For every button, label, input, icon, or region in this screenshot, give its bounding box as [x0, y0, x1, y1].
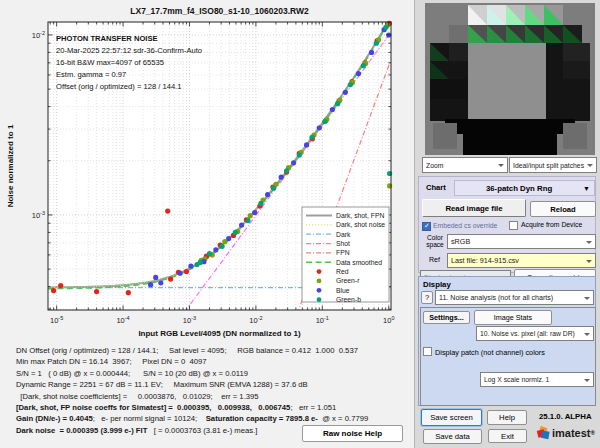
color-space-value: sRGB [451, 237, 470, 246]
embedded-cs-checkbox[interactable] [422, 222, 431, 231]
svg-text:100: 100 [383, 315, 394, 325]
display-mode-value: 11. Noise analysis (not for all charts) [439, 294, 553, 302]
svg-text:10-3: 10-3 [32, 210, 45, 220]
display-section: Display ? 11. Noise analysis (not for al… [418, 276, 596, 406]
svg-text:Green-r: Green-r [336, 277, 360, 284]
color-space-dropdown[interactable]: sRGB [447, 234, 596, 249]
svg-text:Input RGB Level/4095 (DN norm: Input RGB Level/4095 (DN normalized to 1… [138, 329, 301, 338]
svg-text:PHOTON TRANSFER NOISE: PHOTON TRANSFER NOISE [56, 34, 158, 43]
image-stats-button[interactable]: Image Stats [474, 310, 552, 325]
stats-line: DN Offset (orig / optimized) = 128 / 144… [16, 345, 368, 356]
zoom-mode-value: Zoom [426, 162, 443, 169]
svg-text:Noise normalized to 1: Noise normalized to 1 [6, 124, 15, 207]
save-screen-button[interactable]: Save screen [421, 409, 482, 426]
acquire-device-checkbox[interactable] [509, 221, 518, 230]
ref-file-dropdown[interactable]: Last file: 914-915.csv [447, 253, 596, 268]
reload-button[interactable]: Reload [530, 201, 596, 217]
stats-line: Min max Patch DN = 16.14 3967; Pixel DN … [16, 356, 368, 367]
noise-vs-pixel-value: 10. Noise vs. pixel (all: raw DR) [480, 330, 575, 337]
patch-view-dropdown[interactable]: Ideal/input split patches [509, 157, 597, 173]
imatest-brand: imatest ® [536, 426, 595, 440]
log-x-scale-value: Log X scale normlz. 1 [484, 376, 549, 383]
svg-text:10-3: 10-3 [183, 315, 196, 325]
figure-area: 10-510-410-310-210-110010-210-3LX7_17.7m… [0, 0, 414, 448]
chart-image-thumbnail[interactable] [425, 3, 595, 155]
patch-view-value: Ideal/input split patches [513, 162, 584, 169]
raw-noise-help-button[interactable]: Raw noise Help [302, 425, 403, 442]
patch-colors-checkbox[interactable] [423, 347, 432, 356]
photon-transfer-chart: 10-510-410-310-210-110010-210-3LX7_17.7m… [0, 0, 414, 345]
svg-text:Blue: Blue [336, 287, 350, 294]
help-button[interactable]: Help [487, 410, 527, 425]
svg-text:LX7_17.7mm_f4_ISO80_s1-10_1060: LX7_17.7mm_f4_ISO80_s1-10_1060203.RW2 [130, 6, 309, 16]
svg-text:Green-b: Green-b [336, 296, 361, 303]
svg-text:10-5: 10-5 [50, 315, 63, 325]
display-help-button[interactable]: ? [421, 291, 433, 304]
acquire-device-label: Acquire from Device [521, 221, 582, 228]
chart-type-dropdown[interactable]: 36-patch Dyn Rng ▼ [454, 180, 595, 196]
svg-text:16-bit B&W max=4097 of 65535: 16-bit B&W max=4097 of 65535 [56, 58, 164, 67]
save-data-button[interactable]: Save data [423, 429, 482, 444]
svg-text:Red: Red [336, 268, 349, 275]
stats-line: Gain (DN/e-) = 0.4045; e- per norml sign… [16, 413, 368, 424]
display-header: Display [423, 280, 451, 289]
svg-text:10-4: 10-4 [116, 315, 129, 325]
noise-vs-pixel-dropdown[interactable]: 10. Noise vs. pixel (all: raw DR) [476, 326, 594, 341]
svg-text:10-2: 10-2 [32, 30, 45, 40]
control-panel: Zoom Ideal/input split patches Chart 36-… [414, 0, 600, 448]
exit-button[interactable]: Exit [488, 429, 527, 443]
chart-type-value: 36-patch Dyn Rng [455, 184, 583, 193]
svg-text:10-2: 10-2 [249, 315, 262, 325]
svg-text:10-1: 10-1 [316, 315, 329, 325]
svg-text:20-Mar-2025 22:57:12 sdr-36-: 20-Mar-2025 22:57:12 sdr-36-Confirm-Auto [56, 46, 202, 55]
noise-stats-text: DN Offset (orig / optimized) = 128 / 144… [16, 345, 368, 436]
zoom-mode-dropdown[interactable]: Zoom [422, 157, 508, 173]
chevron-down-icon: ▼ [583, 185, 590, 192]
color-space-label: Color space [424, 234, 446, 248]
registered-mark: ® [591, 430, 595, 436]
svg-text:Offset (orig / optimized) = 12: Offset (orig / optimized) = 128 / 144.1 [56, 82, 181, 91]
imatest-logo-icon [536, 426, 550, 440]
display-options-box: Settings... Image Stats 10. Noise vs. pi… [420, 307, 596, 406]
svg-text:Dark: Dark [336, 231, 351, 238]
read-image-file-button[interactable]: Read image file [422, 199, 526, 217]
svg-text:Data smoothed: Data smoothed [336, 259, 382, 266]
stats-line: [Dark, shot, FP noise coeffs for Simates… [16, 402, 368, 413]
version-text: 25.1.0. ALPHA [539, 412, 599, 421]
log-x-scale-dropdown[interactable]: Log X scale normlz. 1 [480, 372, 594, 387]
stats-line: Dynamic Range = 2251 = 67 dB = 11.1 EV; … [16, 379, 368, 390]
svg-text:Shot: Shot [336, 240, 350, 247]
imatest-wordmark: imatest [552, 427, 591, 439]
patch-colors-label: Display patch (not channel) colors [435, 348, 545, 357]
chart-section: Chart 36-patch Dyn Rng ▼ Read image file… [418, 176, 596, 273]
display-mode-dropdown[interactable]: 11. Noise analysis (not for all charts) [435, 290, 594, 305]
chart-label: Chart [426, 183, 446, 192]
ref-label: Ref [429, 256, 440, 263]
settings-button[interactable]: Settings... [423, 311, 470, 324]
svg-text:Dark, shot noise: Dark, shot noise [336, 221, 385, 228]
svg-text:FPN: FPN [336, 249, 350, 256]
stats-line: S/N = 1 ( 0 dB) @ x = 0.000444; S/N = 10… [16, 368, 368, 379]
embedded-cs-label: Embeded cs override [433, 222, 497, 229]
stats-line: [Dark, shot noise coefficients] = 0.0003… [16, 391, 368, 402]
ref-file-value: Last file: 914-915.csv [451, 256, 519, 265]
svg-text:Estm. gamma = 0.97: Estm. gamma = 0.97 [56, 70, 126, 79]
svg-text:Dark, shot, FPN: Dark, shot, FPN [336, 212, 384, 219]
